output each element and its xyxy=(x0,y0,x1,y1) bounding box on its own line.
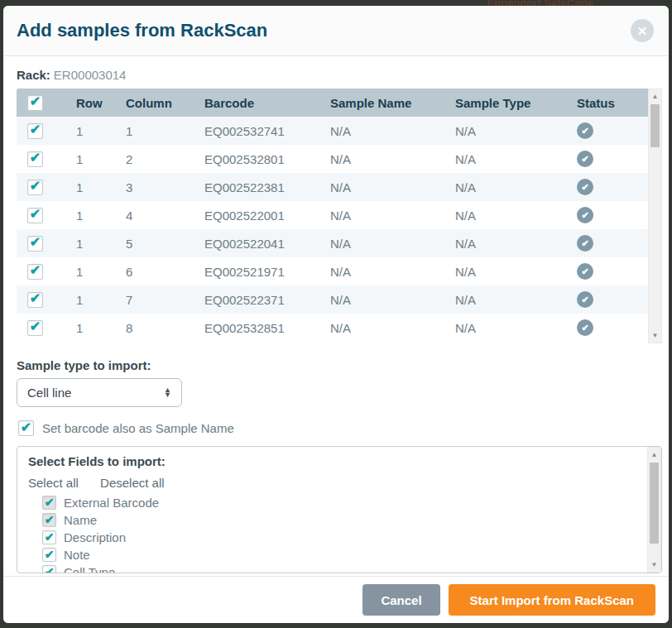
check-icon: ✔ xyxy=(30,264,41,277)
rack-line: Rack:ER00003014 xyxy=(17,68,655,82)
sample-type-label: Sample type to import: xyxy=(17,358,655,372)
cell-barcode: EQ002532801 xyxy=(204,152,330,166)
table-row: ✔14EQ002522001N/AN/A✔ xyxy=(17,201,648,229)
checkbox: ✔ xyxy=(42,530,56,544)
checkbox: ✔ xyxy=(42,496,56,510)
fields-to-import-panel: Select Fields to import: Select all Dese… xyxy=(17,446,662,573)
row-checkbox[interactable]: ✔ xyxy=(27,292,43,308)
fields-scrollbar[interactable]: ▲ ▼ xyxy=(647,447,661,573)
field-checkbox-item[interactable]: ✔Description xyxy=(42,529,647,546)
cell-sample-type: N/A xyxy=(455,321,577,335)
row-checkbox[interactable]: ✔ xyxy=(27,123,43,139)
status-ok-icon: ✔ xyxy=(577,235,593,252)
checkbox: ✔ xyxy=(42,513,56,527)
cell-row: 1 xyxy=(76,152,126,166)
cell-barcode: EQ002522381 xyxy=(204,180,330,194)
cell-row: 1 xyxy=(76,209,126,223)
status-ok-icon: ✔ xyxy=(577,207,593,223)
scroll-up-icon[interactable]: ▲ xyxy=(649,90,661,103)
cell-row: 1 xyxy=(76,180,126,194)
cell-sample-name: N/A xyxy=(330,293,455,307)
scroll-down-icon[interactable]: ▼ xyxy=(649,329,661,342)
column-header-row: Row xyxy=(76,96,126,110)
row-checkbox[interactable]: ✔ xyxy=(27,208,43,223)
dialog-title: Add samples from RackScan xyxy=(17,20,631,41)
column-header-column: Column xyxy=(126,96,204,110)
row-checkbox[interactable]: ✔ xyxy=(27,151,43,167)
check-icon: ✔ xyxy=(45,531,55,543)
cell-column: 5 xyxy=(126,237,204,251)
cell-barcode: EQ002522371 xyxy=(204,293,330,307)
cell-sample-type: N/A xyxy=(455,180,577,194)
row-checkbox[interactable]: ✔ xyxy=(27,264,43,280)
cell-row: 1 xyxy=(76,321,126,335)
row-checkbox[interactable]: ✔ xyxy=(27,320,43,336)
field-checkbox-item[interactable]: ✔External Barcode xyxy=(42,494,647,511)
cell-sample-name: N/A xyxy=(330,209,455,223)
cell-barcode: EQ002522041 xyxy=(204,237,330,251)
sample-type-select[interactable]: Cell line ▲▼ xyxy=(17,378,182,407)
deselect-all-link[interactable]: Deselect all xyxy=(100,476,165,490)
status-ok-icon: ✔ xyxy=(577,122,593,139)
field-label: Cell Type xyxy=(64,565,115,573)
select-all-link[interactable]: Select all xyxy=(28,476,79,490)
cell-sample-type: N/A xyxy=(455,293,577,307)
check-icon: ✔ xyxy=(45,496,55,508)
row-checkbox[interactable]: ✔ xyxy=(27,180,43,195)
check-icon: ✔ xyxy=(30,180,41,193)
status-ok-icon: ✔ xyxy=(577,291,593,308)
table-scrollbar-thumb[interactable] xyxy=(650,104,660,147)
rack-label: Rack: xyxy=(17,68,50,82)
select-updown-icon: ▲▼ xyxy=(164,388,171,397)
fields-list: ✔External Barcode✔Name✔Description✔Note✔… xyxy=(28,494,647,573)
cell-sample-type: N/A xyxy=(455,152,577,166)
table-scrollbar[interactable]: ▲ ▼ xyxy=(648,89,662,343)
dialog-footer: Cancel Start Import from RackScan xyxy=(3,576,669,623)
close-icon: ✕ xyxy=(637,25,648,37)
check-icon: ✔ xyxy=(45,514,55,525)
field-checkbox-item[interactable]: ✔Cell Type xyxy=(42,563,647,573)
table-row: ✔15EQ002522041N/AN/A✔ xyxy=(17,229,648,257)
table-body: ✔11EQ002532741N/AN/A✔✔12EQ002532801N/AN/… xyxy=(17,117,648,342)
cell-sample-name: N/A xyxy=(330,124,455,138)
table-row: ✔17EQ002522371N/AN/A✔ xyxy=(17,285,648,314)
cell-sample-name: N/A xyxy=(330,321,455,335)
status-ok-icon: ✔ xyxy=(577,179,593,195)
table-row: ✔16EQ002521971N/AN/A✔ xyxy=(17,257,648,285)
cell-row: 1 xyxy=(76,293,126,307)
field-label: Description xyxy=(64,530,126,544)
row-checkbox[interactable]: ✔ xyxy=(27,236,43,252)
status-ok-icon: ✔ xyxy=(577,319,593,336)
cell-barcode: EQ002522001 xyxy=(204,209,330,223)
cell-column: 2 xyxy=(126,152,204,166)
set-barcode-as-name-label: Set barcode also as Sample Name xyxy=(42,421,234,435)
table-row: ✔12EQ002532801N/AN/A✔ xyxy=(17,145,648,173)
check-icon: ✔ xyxy=(30,320,41,333)
set-barcode-as-name-checkbox[interactable]: ✔ Set barcode also as Sample Name xyxy=(18,420,655,436)
check-icon: ✔ xyxy=(30,151,41,165)
column-header-status: Status xyxy=(577,96,648,110)
cell-barcode: EQ002532741 xyxy=(204,124,330,138)
cell-sample-name: N/A xyxy=(330,152,455,166)
scroll-up-icon[interactable]: ▲ xyxy=(648,448,660,461)
scroll-down-icon[interactable]: ▼ xyxy=(648,558,660,571)
close-button[interactable]: ✕ xyxy=(631,19,654,42)
table-row: ✔18EQ002532851N/AN/A✔ xyxy=(17,314,648,342)
start-import-button[interactable]: Start Import from RackScan xyxy=(449,584,655,616)
column-header-barcode: Barcode xyxy=(204,96,330,110)
cancel-button[interactable]: Cancel xyxy=(362,584,439,616)
check-icon: ✔ xyxy=(30,236,41,249)
check-icon: ✔ xyxy=(30,208,41,221)
select-all-rows-checkbox[interactable]: ✔ xyxy=(27,95,43,111)
table-row: ✔11EQ002532741N/AN/A✔ xyxy=(17,117,648,145)
field-checkbox-item[interactable]: ✔Name xyxy=(42,511,647,529)
dialog-body: Rack:ER00003014 ✔ Row Column Barcode Sam… xyxy=(3,56,669,576)
field-checkbox-item[interactable]: ✔Note xyxy=(42,546,647,563)
cell-sample-type: N/A xyxy=(455,265,577,279)
field-label: Name xyxy=(64,513,97,527)
sample-type-selected-value: Cell line xyxy=(27,386,164,400)
check-icon: ✔ xyxy=(30,292,41,305)
cell-sample-name: N/A xyxy=(330,180,455,194)
fields-scrollbar-thumb[interactable] xyxy=(650,463,659,544)
check-icon: ✔ xyxy=(30,123,41,137)
